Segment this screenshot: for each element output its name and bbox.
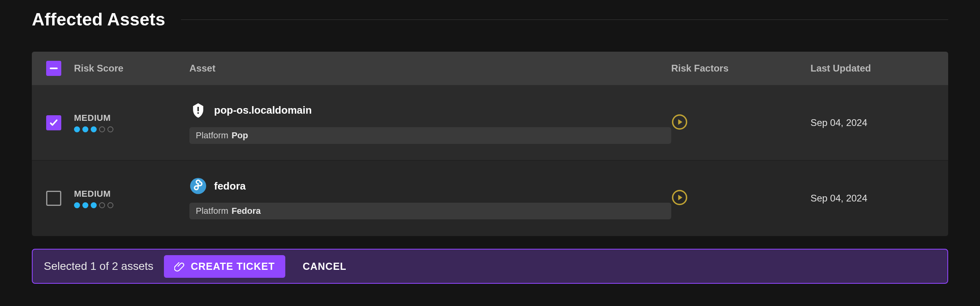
column-header-asset[interactable]: Asset bbox=[189, 63, 671, 74]
column-header-risk[interactable]: Risk Score bbox=[74, 63, 189, 74]
table-row[interactable]: MEDIUM pop-os.localdomain Platform Po bbox=[32, 85, 948, 161]
risk-label: MEDIUM bbox=[74, 113, 189, 123]
risk-dots bbox=[74, 126, 189, 132]
selection-bar: Selected 1 of 2 assets CREATE TICKET CAN… bbox=[32, 249, 948, 284]
column-header-factors[interactable]: Risk Factors bbox=[671, 63, 810, 74]
row-checkbox[interactable] bbox=[46, 115, 61, 130]
fedora-icon bbox=[189, 177, 207, 195]
risk-label: MEDIUM bbox=[74, 189, 189, 199]
assets-table: Risk Score Asset Risk Factors Last Updat… bbox=[32, 52, 948, 236]
platform-chip: Platform Pop bbox=[189, 127, 671, 144]
os-icon bbox=[189, 102, 207, 119]
table-header: Risk Score Asset Risk Factors Last Updat… bbox=[32, 52, 948, 85]
svg-rect-1 bbox=[197, 112, 199, 114]
cancel-button[interactable]: CANCEL bbox=[296, 255, 354, 278]
risk-dots bbox=[74, 202, 189, 208]
last-updated: Sep 04, 2024 bbox=[810, 193, 867, 204]
svg-rect-0 bbox=[197, 107, 199, 111]
asset-name: pop-os.localdomain bbox=[214, 104, 312, 116]
divider bbox=[181, 19, 948, 20]
platform-chip: Platform Fedora bbox=[189, 203, 671, 219]
create-ticket-button[interactable]: CREATE TICKET bbox=[164, 255, 285, 278]
column-header-updated[interactable]: Last Updated bbox=[810, 63, 934, 74]
last-updated: Sep 04, 2024 bbox=[810, 117, 867, 128]
create-ticket-label: CREATE TICKET bbox=[191, 261, 275, 272]
play-circle-icon[interactable] bbox=[671, 114, 688, 132]
table-row[interactable]: MEDIUM fedora Platform Fedora bbox=[32, 161, 948, 236]
attachment-icon bbox=[174, 261, 185, 272]
check-icon bbox=[49, 118, 59, 128]
selection-summary: Selected 1 of 2 assets bbox=[44, 260, 154, 273]
page-title: Affected Assets bbox=[32, 10, 165, 29]
play-circle-icon[interactable] bbox=[671, 189, 688, 207]
minus-icon bbox=[50, 68, 58, 69]
asset-name: fedora bbox=[214, 180, 245, 192]
select-all-checkbox[interactable] bbox=[46, 61, 61, 76]
row-checkbox[interactable] bbox=[46, 191, 61, 206]
